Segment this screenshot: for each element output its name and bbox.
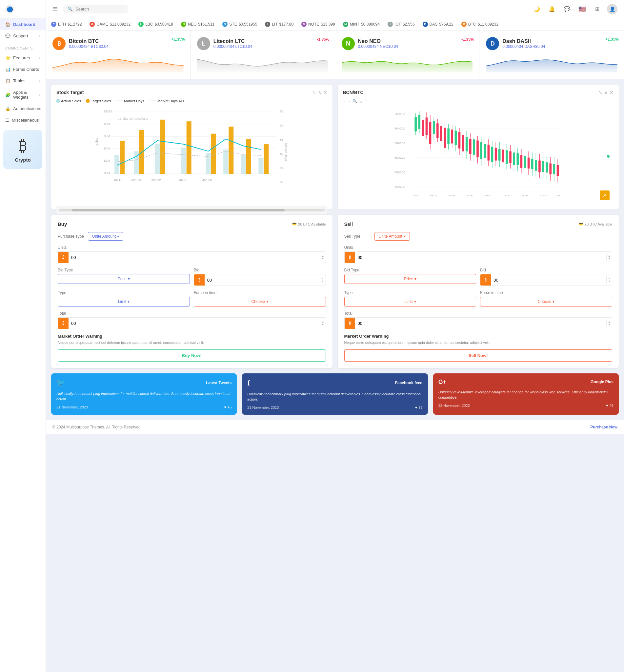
bcn-zoom[interactable]: 🔍: [353, 99, 357, 103]
mint-icon: M: [343, 22, 348, 27]
wallet-icon: 💳: [292, 222, 297, 226]
sell-total-spinner[interactable]: ▲▼: [606, 320, 612, 327]
sell-total-input[interactable]: [355, 319, 607, 328]
stock-target-legend: Actual Sales Target Sales Market Days Ma…: [56, 99, 327, 103]
type-button[interactable]: Limit ▾: [58, 297, 190, 306]
svg-rect-117: [527, 158, 529, 168]
bcn-menu[interactable]: ☰: [364, 99, 368, 103]
sell-now-button[interactable]: Sell Now!: [344, 349, 613, 361]
sidebar-item-support[interactable]: 💬 Support ›: [0, 30, 46, 42]
svg-rect-31: [246, 139, 251, 174]
google-text: Uniquely revolutionize leveraged catalys…: [438, 389, 614, 400]
crypto-cards-section: ₿ Bitcoin BTC 0.00000434 BTC$0.04 +1.35%: [46, 30, 624, 79]
expand-icon[interactable]: ⤡: [312, 90, 316, 95]
purchase-type-label: Purchase Type: [58, 234, 84, 239]
svg-rect-65: [433, 121, 435, 134]
bid-type-label: Bid Type: [344, 268, 476, 272]
ticker-price: $13.399: [321, 22, 335, 27]
sidebar-item-tables[interactable]: 📋 Tables ›: [0, 75, 46, 86]
sidebar-item-label: Dashboard: [13, 22, 35, 27]
sell-bid-spinner[interactable]: ▲▼: [606, 276, 612, 284]
hamburger-icon[interactable]: ☰: [52, 6, 58, 13]
force-choose-button[interactable]: Choose ▾: [194, 297, 326, 306]
total-label: Total: [58, 311, 326, 316]
bid-input[interactable]: [205, 276, 320, 285]
messages-icon[interactable]: 💬: [562, 4, 572, 15]
svg-rect-63: [429, 122, 431, 144]
ticker-symbol: LBC: [145, 22, 153, 27]
sell-units-coin-badge: ₿: [345, 252, 355, 263]
chevron-up-icon[interactable]: ∧: [318, 90, 321, 95]
purchase-type-button[interactable]: Unite Amount ▾: [88, 232, 123, 241]
sidebar-item-forms-charts[interactable]: 📊 Forms Charts ›: [0, 63, 46, 75]
sidebar-item-dashboard[interactable]: 🏠 Dashboard: [0, 19, 46, 30]
bid-type-button[interactable]: Price ▾: [58, 274, 190, 284]
chevron-right-icon: ›: [40, 107, 41, 110]
lit-icon: L: [265, 22, 270, 27]
bid-spinner[interactable]: ▲▼: [320, 276, 326, 284]
svg-text:90: 90: [280, 124, 283, 127]
avatar[interactable]: 👤: [607, 4, 618, 15]
misc-icon: ☰: [5, 118, 9, 123]
candlestick-svg: 6660.00 6640.00 6620.00 6600.00 6580.00 …: [343, 106, 614, 204]
svg-rect-25: [187, 121, 191, 174]
stock-chart-svg: $10M $8M $6M $4M $2M $0M 95 90 85 80 75 …: [56, 106, 327, 204]
sidebar-item-features[interactable]: ⭐ Features ›: [0, 52, 46, 63]
units-input[interactable]: [69, 253, 320, 262]
sell-type-button[interactable]: Unite Amount ▾: [374, 232, 410, 241]
search-box[interactable]: 🔍: [63, 5, 129, 14]
sell-force-choose-button[interactable]: Choose ▾: [480, 297, 612, 306]
svg-text:$2M: $2M: [104, 159, 110, 162]
chevron-up-icon[interactable]: ∧: [604, 90, 607, 95]
bcn-circle1[interactable]: ○: [343, 99, 345, 103]
language-flag[interactable]: 🇺🇸: [577, 4, 587, 15]
dark-mode-icon[interactable]: 🌙: [531, 4, 542, 15]
units-label: Units: [344, 245, 613, 250]
search-input[interactable]: [75, 6, 121, 11]
chart-indicator-dot: [607, 155, 609, 158]
bcn-circle2[interactable]: ○: [347, 99, 350, 103]
total-spinner[interactable]: ▲▼: [320, 320, 326, 327]
svg-rect-89: [476, 141, 479, 157]
sidebar-item-apps-widgets[interactable]: 🧩 Apps & Widgets ›: [0, 86, 46, 103]
copyright-text: © 2024 Multipurpose Themes. All Rights R…: [52, 425, 142, 429]
total-input[interactable]: [69, 319, 320, 328]
grid-icon[interactable]: ⊞: [592, 4, 602, 15]
google-plus-icon: G+: [438, 379, 447, 385]
sidebar-item-miscellaneous[interactable]: ☰ Miscellaneous ›: [0, 114, 46, 126]
ticker-item: D DAS $769.22: [423, 22, 453, 27]
svg-text:12:00: 12:00: [467, 194, 473, 197]
type-label: Type: [58, 291, 190, 295]
chart-scrollbar[interactable]: [56, 206, 327, 214]
svg-text:75: 75: [280, 166, 283, 169]
close-icon[interactable]: ✕: [609, 90, 614, 95]
purchase-now-link[interactable]: Purchase Now: [590, 425, 618, 429]
chevron-right-icon: ›: [40, 79, 40, 83]
expand-icon[interactable]: ⤡: [598, 90, 602, 95]
sidebar-item-authentication[interactable]: 🔒 Authentication ›: [0, 103, 46, 114]
chart-action-button[interactable]: ↗: [600, 190, 609, 200]
close-icon[interactable]: ✕: [323, 90, 327, 95]
sell-units-input[interactable]: [355, 253, 607, 262]
ticker-symbol: GAME: [97, 22, 108, 27]
sell-bid-input[interactable]: [491, 276, 606, 285]
btc-sparkline: [52, 53, 184, 73]
sell-type-btn[interactable]: Limit ▾: [344, 297, 476, 306]
bcn-toolbar: ○ ○ 🔍 ⌂ ☰: [343, 99, 614, 103]
market-days-all-legend: [150, 101, 156, 101]
twitter-icon: 🐦: [56, 379, 65, 387]
buy-now-button[interactable]: Buy Now!: [58, 349, 326, 361]
crypto-banner[interactable]: ₿ Crypto: [3, 130, 42, 169]
main-content: Ξ ETH $1.2792 G GAME $11.039232 L LBC $0…: [46, 18, 624, 434]
notification-icon[interactable]: 🔔: [547, 4, 557, 15]
svg-rect-123: [539, 161, 541, 172]
buy-total-group: Total ₿ ▲▼: [58, 311, 326, 329]
sell-bid-type-button[interactable]: Price ▾: [344, 274, 476, 284]
sell-units-spinner[interactable]: ▲▼: [606, 254, 612, 261]
lbc-icon: L: [138, 22, 144, 27]
units-spinner[interactable]: ▲▼: [320, 254, 326, 261]
sidebar-item-label: Miscellaneous: [12, 118, 39, 123]
svg-rect-19: [120, 141, 125, 174]
bcn-home[interactable]: ⌂: [360, 99, 362, 103]
svg-text:6600.00: 6600.00: [394, 156, 405, 159]
